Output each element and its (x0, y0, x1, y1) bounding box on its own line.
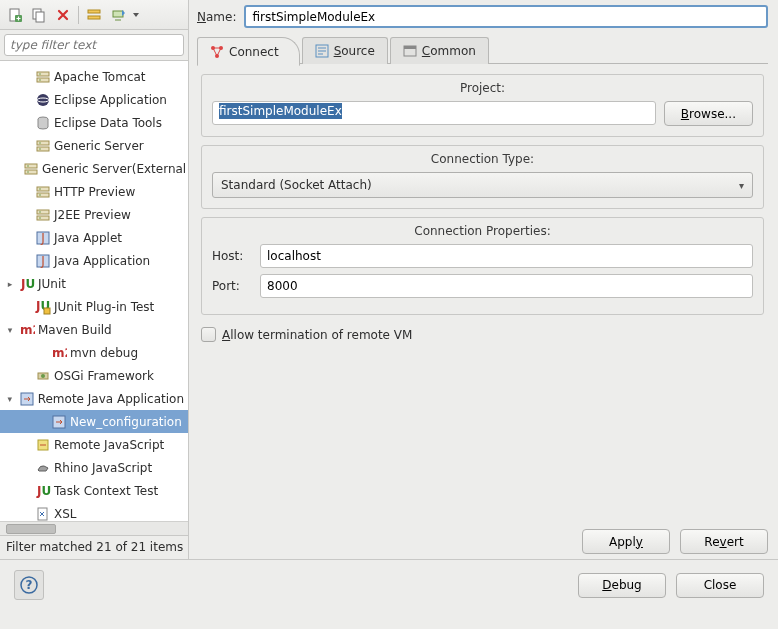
svg-point-40 (41, 374, 45, 378)
help-icon: ? (20, 576, 38, 594)
svg-point-17 (39, 148, 41, 150)
connection-properties-group: Connection Properties: Host: Port: (201, 217, 764, 315)
revert-button[interactable]: Revert (680, 529, 768, 554)
filter-status: Filter matched 21 of 21 items (0, 535, 188, 559)
apply-button[interactable]: Apply (582, 529, 670, 554)
tree-item[interactable]: Eclipse Data Tools (0, 111, 188, 134)
svg-point-11 (37, 94, 49, 106)
tree-item[interactable]: Eclipse Application (0, 88, 188, 111)
tree-scrollbar-horizontal[interactable] (0, 521, 188, 535)
expand-icon[interactable]: ▾ (4, 393, 16, 405)
name-label: Name: (197, 10, 236, 24)
expand-icon[interactable]: ▸ (4, 278, 16, 290)
connection-properties-title: Connection Properties: (212, 224, 753, 238)
tab-connect-label: Connect (229, 45, 279, 59)
name-input[interactable] (244, 5, 768, 28)
svg-text:JU: JU (36, 484, 51, 498)
tree-item[interactable]: JJava Application (0, 249, 188, 272)
project-title: Project: (212, 81, 753, 95)
remote-icon (51, 414, 67, 430)
tree-item[interactable]: Generic Server(External Launch) (0, 157, 188, 180)
tree-item-label: HTTP Preview (54, 185, 139, 199)
tree-item[interactable]: JJava Applet (0, 226, 188, 249)
connection-type-value: Standard (Socket Attach) (221, 178, 372, 192)
server-icon (35, 69, 51, 85)
tree-item[interactable]: ▾m2Maven Build (0, 318, 188, 341)
tree-item[interactable]: HTTP Preview (0, 180, 188, 203)
allow-termination-checkbox[interactable] (201, 327, 216, 342)
port-input[interactable] (260, 274, 753, 298)
tree-item-label: Maven Build (38, 323, 116, 337)
svg-point-20 (27, 165, 29, 167)
tab-connect[interactable]: Connect (197, 37, 300, 66)
tree-item-label: Task Context Test (54, 484, 162, 498)
svg-point-9 (39, 73, 41, 75)
svg-point-16 (39, 142, 41, 144)
duplicate-button[interactable] (28, 4, 50, 26)
svg-text:?: ? (26, 578, 33, 592)
tree-item[interactable]: m2mvn debug (0, 341, 188, 364)
tab-source[interactable]: Source (302, 37, 388, 64)
tree-item[interactable]: Remote JavaScript (0, 433, 188, 456)
svg-point-25 (39, 194, 41, 196)
tree-item-label: Rhino JavaScript (54, 461, 156, 475)
tree-item-label: Remote Java Application (38, 392, 188, 406)
tab-common[interactable]: Common (390, 37, 489, 64)
tree-item[interactable]: Apache Tomcat (0, 65, 188, 88)
help-button[interactable]: ? (14, 570, 44, 600)
config-tree[interactable]: Apache TomcatEclipse ApplicationEclipse … (0, 61, 188, 521)
close-button[interactable]: Close (676, 573, 764, 598)
collapse-all-button[interactable] (83, 4, 105, 26)
filter-button[interactable] (107, 4, 129, 26)
tree-item-label: Generic Server (54, 139, 148, 153)
tree-item[interactable]: Rhino JavaScript (0, 456, 188, 479)
tree-item-selected[interactable]: New_configuration (0, 410, 188, 433)
junit-icon: JU (35, 483, 51, 499)
svg-rect-5 (88, 16, 100, 19)
svg-rect-8 (37, 78, 49, 82)
tab-content: Project: firstSimpleModuleEx Browse... C… (197, 64, 768, 521)
connection-type-combo[interactable]: Standard (Socket Attach) ▾ (212, 172, 753, 198)
svg-rect-19 (25, 170, 37, 174)
tree-item-label: Apache Tomcat (54, 70, 150, 84)
svg-text:m2: m2 (52, 346, 67, 360)
project-input[interactable]: firstSimpleModuleEx (212, 101, 656, 125)
source-icon (315, 44, 329, 58)
tree-item[interactable]: XSL (0, 502, 188, 521)
tree-item-label: Java Applet (54, 231, 126, 245)
m2-icon: m2 (19, 322, 35, 338)
tree-item[interactable]: JUJUnit Plug-in Test (0, 295, 188, 318)
tree-item[interactable]: ▸JUJUnit (0, 272, 188, 295)
bottom-bar: ? Debug Close (0, 560, 778, 610)
host-input[interactable] (260, 244, 753, 268)
svg-rect-4 (88, 10, 100, 13)
tree-item[interactable]: J2EE Preview (0, 203, 188, 226)
debug-button[interactable]: Debug (578, 573, 666, 598)
tree-item[interactable]: Generic Server (0, 134, 188, 157)
expand-icon[interactable]: ▾ (4, 324, 16, 336)
allow-termination-row[interactable]: Allow termination of remote VM (201, 327, 764, 342)
tree-item-label: JUnit (38, 277, 70, 291)
delete-button[interactable] (52, 4, 74, 26)
tab-common-label: Common (422, 44, 476, 58)
tree-item[interactable]: JUTask Context Test (0, 479, 188, 502)
svg-point-29 (39, 217, 41, 219)
browse-button[interactable]: Browse... (664, 101, 753, 126)
tabs: Connect Source Common (197, 36, 768, 64)
svg-point-28 (39, 211, 41, 213)
new-config-button[interactable] (4, 4, 26, 26)
tree-item[interactable]: ▾Remote Java Application (0, 387, 188, 410)
tree-item[interactable]: OSGi Framework (0, 364, 188, 387)
server-icon (23, 161, 39, 177)
svg-rect-3 (36, 12, 44, 22)
junit-icon: JU (19, 276, 35, 292)
server-icon (35, 184, 51, 200)
common-icon (403, 44, 417, 58)
allow-termination-label: Allow termination of remote VM (222, 328, 412, 342)
connection-type-title: Connection Type: (212, 152, 753, 166)
toolbar-dropdown[interactable] (131, 11, 141, 19)
svg-rect-18 (25, 164, 37, 168)
filter-input[interactable] (4, 34, 184, 56)
db-icon (35, 115, 51, 131)
tree-item-label: JUnit Plug-in Test (54, 300, 158, 314)
